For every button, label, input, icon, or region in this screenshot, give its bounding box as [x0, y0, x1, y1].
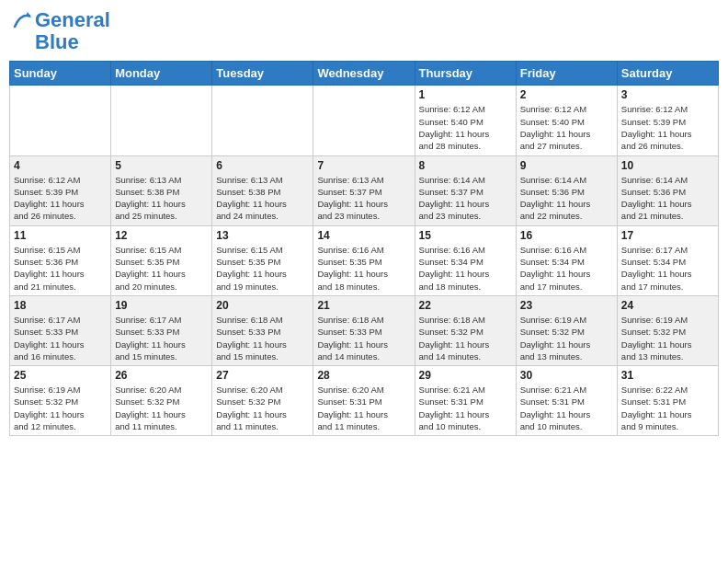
day-header-sunday: Sunday: [10, 62, 111, 86]
calendar-cell: 11Sunrise: 6:15 AM Sunset: 5:36 PM Dayli…: [10, 225, 111, 295]
calendar-cell: 2Sunrise: 6:12 AM Sunset: 5:40 PM Daylig…: [516, 86, 617, 155]
calendar-week-5: 25Sunrise: 6:19 AM Sunset: 5:32 PM Dayli…: [10, 366, 719, 436]
day-number: 13: [216, 229, 309, 242]
day-info: Sunrise: 6:14 AM Sunset: 5:36 PM Dayligh…: [621, 174, 714, 223]
day-info: Sunrise: 6:21 AM Sunset: 5:31 PM Dayligh…: [419, 384, 512, 432]
calendar-cell: 22Sunrise: 6:18 AM Sunset: 5:32 PM Dayli…: [415, 295, 516, 365]
calendar-week-4: 18Sunrise: 6:17 AM Sunset: 5:33 PM Dayli…: [10, 295, 719, 365]
day-info: Sunrise: 6:19 AM Sunset: 5:32 PM Dayligh…: [520, 314, 613, 362]
day-info: Sunrise: 6:16 AM Sunset: 5:35 PM Dayligh…: [317, 244, 410, 293]
calendar-cell: [10, 86, 111, 155]
calendar-cell: 29Sunrise: 6:21 AM Sunset: 5:31 PM Dayli…: [415, 366, 516, 436]
day-number: 17: [621, 229, 714, 242]
day-info: Sunrise: 6:12 AM Sunset: 5:39 PM Dayligh…: [621, 103, 714, 152]
svg-rect-0: [13, 10, 33, 30]
calendar-cell: 23Sunrise: 6:19 AM Sunset: 5:32 PM Dayli…: [516, 295, 617, 365]
day-info: Sunrise: 6:19 AM Sunset: 5:32 PM Dayligh…: [14, 384, 107, 432]
day-number: 4: [14, 159, 107, 172]
day-header-monday: Monday: [111, 62, 212, 86]
day-number: 3: [621, 88, 714, 101]
logo-icon: [13, 10, 33, 30]
day-number: 21: [317, 299, 410, 312]
day-number: 2: [520, 88, 613, 101]
day-number: 5: [115, 159, 208, 172]
day-number: 24: [621, 299, 714, 312]
calendar-cell: 7Sunrise: 6:13 AM Sunset: 5:37 PM Daylig…: [313, 155, 415, 225]
day-number: 11: [14, 229, 107, 242]
day-number: 30: [520, 369, 613, 382]
day-number: 22: [419, 299, 512, 312]
calendar-cell: [111, 86, 212, 155]
calendar-cell: 27Sunrise: 6:20 AM Sunset: 5:32 PM Dayli…: [212, 366, 313, 436]
day-info: Sunrise: 6:20 AM Sunset: 5:32 PM Dayligh…: [216, 384, 309, 432]
calendar-cell: [313, 86, 415, 155]
calendar-cell: 5Sunrise: 6:13 AM Sunset: 5:38 PM Daylig…: [111, 155, 212, 225]
calendar-cell: 9Sunrise: 6:14 AM Sunset: 5:36 PM Daylig…: [516, 155, 617, 225]
day-info: Sunrise: 6:12 AM Sunset: 5:40 PM Dayligh…: [520, 103, 613, 152]
day-number: 18: [14, 299, 107, 312]
day-info: Sunrise: 6:13 AM Sunset: 5:38 PM Dayligh…: [216, 174, 309, 223]
day-info: Sunrise: 6:13 AM Sunset: 5:37 PM Dayligh…: [317, 174, 410, 223]
day-number: 1: [419, 88, 512, 101]
calendar-cell: 10Sunrise: 6:14 AM Sunset: 5:36 PM Dayli…: [617, 155, 718, 225]
logo-text-general: General: [35, 9, 110, 31]
calendar-cell: 3Sunrise: 6:12 AM Sunset: 5:39 PM Daylig…: [617, 86, 718, 155]
day-info: Sunrise: 6:13 AM Sunset: 5:38 PM Dayligh…: [115, 174, 208, 223]
calendar-week-2: 4Sunrise: 6:12 AM Sunset: 5:39 PM Daylig…: [10, 155, 719, 225]
calendar-cell: 18Sunrise: 6:17 AM Sunset: 5:33 PM Dayli…: [10, 295, 111, 365]
day-number: 28: [317, 369, 410, 382]
calendar-cell: 12Sunrise: 6:15 AM Sunset: 5:35 PM Dayli…: [111, 225, 212, 295]
day-number: 15: [419, 229, 512, 242]
calendar-cell: 1Sunrise: 6:12 AM Sunset: 5:40 PM Daylig…: [415, 86, 516, 155]
day-info: Sunrise: 6:20 AM Sunset: 5:31 PM Dayligh…: [317, 384, 410, 432]
day-number: 12: [115, 229, 208, 242]
day-info: Sunrise: 6:12 AM Sunset: 5:40 PM Dayligh…: [419, 103, 512, 152]
day-info: Sunrise: 6:18 AM Sunset: 5:32 PM Dayligh…: [419, 314, 512, 362]
day-number: 29: [419, 369, 512, 382]
day-number: 20: [216, 299, 309, 312]
day-info: Sunrise: 6:17 AM Sunset: 5:34 PM Dayligh…: [621, 244, 714, 293]
calendar-cell: 4Sunrise: 6:12 AM Sunset: 5:39 PM Daylig…: [10, 155, 111, 225]
calendar-table: SundayMondayTuesdayWednesdayThursdayFrid…: [9, 61, 719, 436]
day-info: Sunrise: 6:15 AM Sunset: 5:35 PM Dayligh…: [216, 244, 309, 293]
day-info: Sunrise: 6:17 AM Sunset: 5:33 PM Dayligh…: [14, 314, 107, 362]
day-number: 16: [520, 229, 613, 242]
calendar-cell: 19Sunrise: 6:17 AM Sunset: 5:33 PM Dayli…: [111, 295, 212, 365]
day-number: 10: [621, 159, 714, 172]
calendar-cell: 28Sunrise: 6:20 AM Sunset: 5:31 PM Dayli…: [313, 366, 415, 436]
calendar-cell: 24Sunrise: 6:19 AM Sunset: 5:32 PM Dayli…: [617, 295, 718, 365]
calendar-cell: 6Sunrise: 6:13 AM Sunset: 5:38 PM Daylig…: [212, 155, 313, 225]
calendar-cell: 26Sunrise: 6:20 AM Sunset: 5:32 PM Dayli…: [111, 366, 212, 436]
day-info: Sunrise: 6:21 AM Sunset: 5:31 PM Dayligh…: [520, 384, 613, 432]
day-number: 25: [14, 369, 107, 382]
calendar-week-3: 11Sunrise: 6:15 AM Sunset: 5:36 PM Dayli…: [10, 225, 719, 295]
day-info: Sunrise: 6:14 AM Sunset: 5:37 PM Dayligh…: [419, 174, 512, 223]
day-info: Sunrise: 6:18 AM Sunset: 5:33 PM Dayligh…: [216, 314, 309, 362]
calendar-cell: 21Sunrise: 6:18 AM Sunset: 5:33 PM Dayli…: [313, 295, 415, 365]
calendar-cell: 15Sunrise: 6:16 AM Sunset: 5:34 PM Dayli…: [415, 225, 516, 295]
day-number: 31: [621, 369, 714, 382]
logo: General Blue: [13, 9, 110, 53]
day-number: 14: [317, 229, 410, 242]
day-header-saturday: Saturday: [617, 62, 718, 86]
day-header-wednesday: Wednesday: [313, 62, 415, 86]
day-number: 9: [520, 159, 613, 172]
calendar-cell: 20Sunrise: 6:18 AM Sunset: 5:33 PM Dayli…: [212, 295, 313, 365]
page-header: General Blue: [9, 9, 719, 53]
calendar-cell: 13Sunrise: 6:15 AM Sunset: 5:35 PM Dayli…: [212, 225, 313, 295]
logo-text-blue: Blue: [13, 31, 79, 53]
day-number: 23: [520, 299, 613, 312]
day-number: 7: [317, 159, 410, 172]
day-info: Sunrise: 6:12 AM Sunset: 5:39 PM Dayligh…: [14, 174, 107, 223]
day-number: 26: [115, 369, 208, 382]
day-info: Sunrise: 6:18 AM Sunset: 5:33 PM Dayligh…: [317, 314, 410, 362]
day-info: Sunrise: 6:14 AM Sunset: 5:36 PM Dayligh…: [520, 174, 613, 223]
calendar-cell: 31Sunrise: 6:22 AM Sunset: 5:31 PM Dayli…: [617, 366, 718, 436]
day-header-tuesday: Tuesday: [212, 62, 313, 86]
day-header-thursday: Thursday: [415, 62, 516, 86]
day-info: Sunrise: 6:16 AM Sunset: 5:34 PM Dayligh…: [419, 244, 512, 293]
day-info: Sunrise: 6:16 AM Sunset: 5:34 PM Dayligh…: [520, 244, 613, 293]
day-info: Sunrise: 6:22 AM Sunset: 5:31 PM Dayligh…: [621, 384, 714, 432]
day-info: Sunrise: 6:15 AM Sunset: 5:36 PM Dayligh…: [14, 244, 107, 293]
day-number: 19: [115, 299, 208, 312]
